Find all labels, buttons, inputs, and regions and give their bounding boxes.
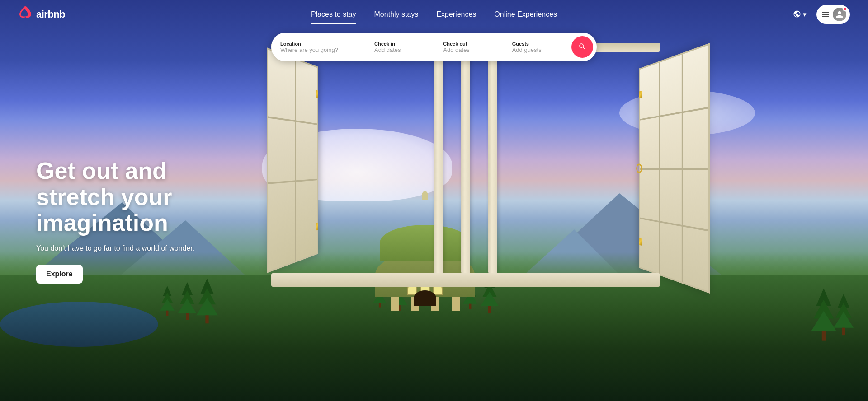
nav-online-experiences[interactable]: Online Experiences: [485, 7, 566, 22]
guests-section[interactable]: Guests Add guests: [503, 36, 571, 59]
nav-experiences[interactable]: Experiences: [427, 7, 485, 22]
center-window-bars: [425, 43, 506, 273]
dome-arch: [414, 290, 436, 306]
search-bar: Location Where are you going? Check in A…: [271, 33, 597, 61]
search-icon: [578, 42, 586, 52]
avatar: [833, 8, 846, 21]
nav-monthly-stays[interactable]: Monthly stays: [365, 7, 428, 22]
hero-text: Get out and stretch your imagination You…: [36, 158, 194, 284]
search-bar-container: Location Where are you going? Check in A…: [271, 33, 597, 61]
checkin-section[interactable]: Check in Add dates: [365, 36, 434, 59]
nav-right-controls: ▾: [788, 5, 850, 24]
globe-chevron: ▾: [803, 10, 807, 19]
hamburger-icon: [822, 12, 829, 17]
shutter-left: [267, 47, 318, 273]
menu-profile-button[interactable]: [816, 5, 850, 24]
window-sill: [271, 273, 660, 287]
nav-links: Places to stay Monthly stays Experiences…: [302, 7, 566, 22]
notification-badge: [843, 7, 847, 11]
treeline-right: [815, 296, 854, 333]
location-input[interactable]: Where are you going?: [280, 47, 356, 53]
guests-label: Guests: [512, 41, 562, 47]
pond: [0, 302, 158, 347]
hero-subtext: You don't have to go far to find a world…: [36, 243, 194, 254]
logo-icon: [18, 6, 33, 23]
nav-places-to-stay[interactable]: Places to stay: [302, 7, 365, 22]
language-button[interactable]: ▾: [788, 6, 811, 23]
checkout-section[interactable]: Check out Add dates: [434, 36, 503, 59]
checkin-label: Check in: [374, 41, 425, 47]
hero-headline: Get out and stretch your imagination: [36, 158, 194, 236]
location-section[interactable]: Location Where are you going?: [271, 36, 365, 59]
logo-text: airbnb: [36, 9, 65, 20]
checkin-input[interactable]: Add dates: [374, 47, 425, 53]
navbar: airbnb Places to stay Monthly stays Expe…: [0, 0, 868, 29]
globe-icon: [793, 10, 801, 19]
explore-button[interactable]: Explore: [36, 265, 83, 284]
logo[interactable]: airbnb: [18, 6, 65, 23]
search-button[interactable]: [571, 36, 593, 58]
checkout-label: Check out: [443, 41, 493, 47]
window-frame: [280, 43, 651, 287]
checkout-input[interactable]: Add dates: [443, 47, 493, 53]
location-label: Location: [280, 41, 356, 47]
guests-input[interactable]: Add guests: [512, 47, 562, 53]
shutter-right: [639, 43, 710, 294]
treeline-left: [158, 282, 216, 320]
